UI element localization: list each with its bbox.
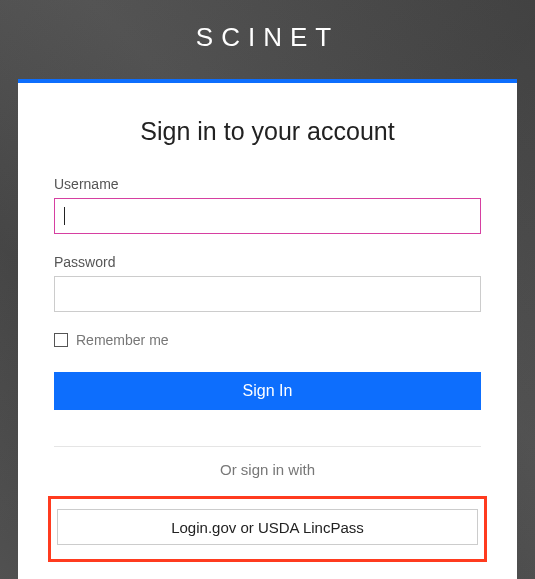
brand-title: SCINET [0, 0, 535, 79]
remember-label: Remember me [76, 332, 169, 348]
login-card: Sign in to your account Username Passwor… [18, 79, 517, 579]
username-input[interactable] [54, 198, 481, 234]
alt-signin-divider: Or sign in with [54, 446, 481, 478]
signin-button[interactable]: Sign In [54, 372, 481, 410]
username-label: Username [54, 176, 481, 192]
alt-signin-highlight: Login.gov or USDA LincPass [48, 496, 487, 562]
password-label: Password [54, 254, 481, 270]
password-field-wrap [54, 276, 481, 312]
card-title: Sign in to your account [54, 117, 481, 146]
username-field-wrap [54, 198, 481, 234]
text-caret [64, 206, 65, 225]
remember-checkbox[interactable] [54, 333, 68, 347]
password-input[interactable] [54, 276, 481, 312]
remember-row: Remember me [54, 332, 481, 348]
login-gov-button[interactable]: Login.gov or USDA LincPass [57, 509, 478, 545]
